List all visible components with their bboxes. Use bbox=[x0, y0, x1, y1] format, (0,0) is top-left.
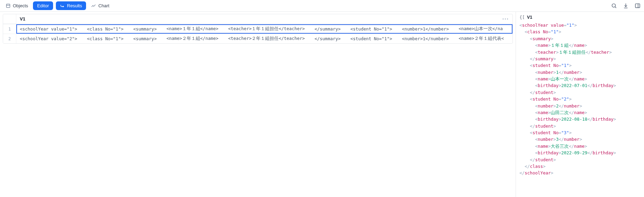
table-row[interactable]: 1<schoolYear value="1"><class No="1"><su… bbox=[3, 24, 512, 34]
xml-fragment: <teacher>２年１組担任</teacher> bbox=[228, 36, 305, 42]
table-row[interactable]: 2<schoolYear value="2"><class No="1"><su… bbox=[3, 34, 512, 43]
xml-line: </class> bbox=[519, 163, 641, 170]
column-header[interactable]: V1 ··· bbox=[16, 14, 512, 24]
xml-fragment: <schoolYear value="1"> bbox=[20, 26, 77, 32]
row-number: 2 bbox=[3, 34, 16, 43]
tab-editor[interactable]: Editor bbox=[33, 1, 53, 10]
xml-line: <student No="2"> bbox=[519, 96, 641, 102]
detail-pane: {[ V1 <schoolYear value="1"> <class No="… bbox=[516, 12, 644, 197]
xml-fragment: <summary> bbox=[133, 36, 157, 41]
xml-line: <name>山田二次</name> bbox=[519, 109, 641, 116]
xml-line: </student> bbox=[519, 123, 641, 129]
svg-line-3 bbox=[615, 7, 616, 8]
xml-fragment: </summary> bbox=[315, 36, 341, 41]
column-menu-icon[interactable]: ··· bbox=[502, 16, 509, 22]
results-pane: V1 ··· 1<schoolYear value="1"><class No=… bbox=[0, 12, 516, 197]
svg-rect-4 bbox=[635, 4, 640, 8]
xml-line: </schoolYear> bbox=[519, 170, 641, 176]
results-grid: V1 ··· 1<schoolYear value="1"><class No=… bbox=[3, 14, 513, 44]
xml-fragment: <name>山本一次</na bbox=[459, 26, 503, 32]
grid-header-row: V1 ··· bbox=[3, 14, 512, 24]
xml-line: <number>3</number> bbox=[519, 136, 641, 143]
tab-editor-label: Editor bbox=[37, 3, 49, 8]
xml-fragment: <schoolYear value="2"> bbox=[20, 36, 77, 41]
row-number: 1 bbox=[3, 24, 16, 34]
xml-fragment: <summary> bbox=[133, 26, 157, 32]
braces-icon: {[ bbox=[519, 15, 525, 20]
tab-objects-label: Objects bbox=[13, 3, 28, 8]
xml-line: <name>大谷三次</name> bbox=[519, 143, 641, 149]
tab-results[interactable]: Results bbox=[56, 1, 86, 10]
xml-line: <student No="3"> bbox=[519, 129, 641, 136]
svg-point-2 bbox=[612, 4, 615, 7]
xml-line: <number>2</number> bbox=[519, 103, 641, 109]
tab-chart[interactable]: Chart bbox=[89, 2, 111, 10]
svg-rect-0 bbox=[7, 4, 10, 8]
xml-fragment: <class No="1"> bbox=[87, 36, 124, 41]
detail-xml: <schoolYear value="1"> <class No="1"> <s… bbox=[519, 22, 641, 177]
xml-line: </summary> bbox=[519, 55, 641, 62]
chart-icon bbox=[91, 3, 96, 8]
download-icon[interactable] bbox=[622, 3, 629, 9]
detail-header: {[ V1 bbox=[519, 15, 641, 20]
xml-fragment: <student No="1"> bbox=[350, 36, 392, 41]
tab-results-label: Results bbox=[67, 3, 82, 8]
xml-fragment: <teacher>１年１組担任</teacher> bbox=[228, 26, 305, 32]
xml-line: <number>1</number> bbox=[519, 69, 641, 76]
search-icon[interactable] bbox=[611, 3, 617, 9]
xml-fragment: <name>１年１組</name> bbox=[167, 26, 219, 32]
xml-fragment: <name>２年１組</name> bbox=[167, 36, 219, 42]
xml-line: <birthday>2022-08-18</birthday> bbox=[519, 116, 641, 122]
grid-corner bbox=[3, 14, 16, 24]
xml-line: </student> bbox=[519, 89, 641, 96]
xml-line: <student No="1"> bbox=[519, 62, 641, 69]
toolbar: Objects Editor Results Chart bbox=[0, 0, 644, 12]
column-header-label: V1 bbox=[20, 16, 25, 22]
xml-line: <birthday>2022-09-29</birthday> bbox=[519, 149, 641, 156]
tab-objects[interactable]: Objects bbox=[3, 2, 30, 10]
results-arrow-icon bbox=[60, 3, 65, 8]
xml-line: <birthday>2022-07-01</birthday> bbox=[519, 82, 641, 89]
xml-line: </student> bbox=[519, 156, 641, 163]
xml-line: <name>山本一次</name> bbox=[519, 76, 641, 82]
xml-line: <summary> bbox=[519, 35, 641, 42]
xml-fragment: <student No="1"> bbox=[350, 26, 392, 32]
xml-fragment: </summary> bbox=[315, 26, 341, 32]
xml-fragment: <number>1</number> bbox=[402, 26, 449, 32]
detail-column-name: V1 bbox=[527, 15, 532, 20]
cell-v1[interactable]: <schoolYear value="2"><class No="1"><sum… bbox=[16, 34, 512, 43]
xml-line: <schoolYear value="1"> bbox=[519, 22, 641, 28]
xml-fragment: <class No="1"> bbox=[87, 26, 124, 32]
cell-v1[interactable]: <schoolYear value="1"><class No="1"><sum… bbox=[16, 24, 512, 34]
main-split: V1 ··· 1<schoolYear value="1"><class No=… bbox=[0, 12, 644, 197]
tab-chart-label: Chart bbox=[98, 3, 109, 8]
xml-fragment: <number>1</number> bbox=[402, 36, 449, 41]
xml-fragment: <name>２年１組代表< bbox=[459, 36, 504, 42]
database-icon bbox=[6, 3, 11, 8]
xml-line: <teacher>１年１組担任</teacher> bbox=[519, 49, 641, 55]
panel-toggle-icon[interactable] bbox=[634, 3, 641, 9]
xml-line: <class No="1"> bbox=[519, 28, 641, 35]
xml-line: <name>１年１組</name> bbox=[519, 42, 641, 49]
